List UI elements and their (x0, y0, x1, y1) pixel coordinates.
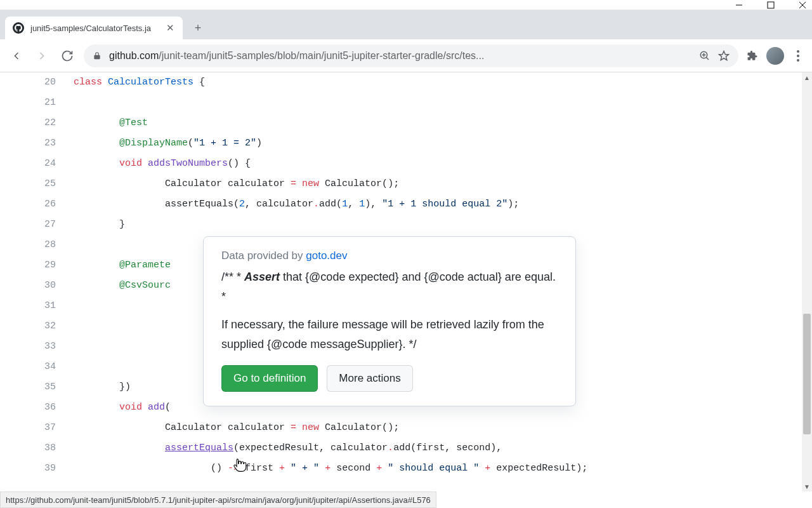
code-text: }) (74, 377, 131, 398)
line-number: 30 (0, 276, 74, 296)
code-text: @DisplayName("1 + 1 = 2") (74, 133, 262, 154)
symbol-link[interactable]: assertEquals (165, 443, 233, 453)
code-line: 24 void addsTwoNumbers() { (0, 154, 812, 174)
lock-icon (93, 51, 102, 60)
window-titlebar (0, 0, 812, 10)
line-number: 21 (0, 93, 74, 113)
browser-tabbar: junit5-samples/CalculatorTests.ja ✕ + (0, 10, 812, 39)
popover-actions: Go to definition More actions (221, 365, 558, 392)
line-number: 34 (0, 357, 74, 377)
new-tab-button[interactable]: + (189, 19, 207, 37)
zoom-icon[interactable] (699, 50, 710, 62)
hover-popover: Data provided by goto.dev /** * Assert t… (203, 236, 576, 406)
tab-close-button[interactable]: ✕ (165, 23, 175, 33)
line-number: 33 (0, 337, 74, 357)
line-number: 38 (0, 438, 74, 458)
code-text: void addsTwoNumbers() { (74, 154, 251, 174)
code-line: 27 } (0, 215, 812, 235)
page-content: 20class CalculatorTests {2122 @Test23 @D… (0, 72, 812, 491)
nav-reload-button[interactable] (58, 47, 76, 65)
code-text: @CsvSourc (74, 276, 171, 296)
address-bar[interactable]: github.com/junit-team/junit5-samples/blo… (84, 44, 738, 67)
window-minimize-button[interactable] (735, 1, 743, 10)
vertical-scrollbar[interactable]: ▲ ▼ (802, 72, 812, 491)
code-text: assertEquals(expectedResult, calculator.… (74, 438, 502, 458)
code-line: 37 Calculator calculator = new Calculato… (0, 418, 812, 438)
code-text: assertEquals(2, calculator.add(1, 1), "1… (74, 194, 519, 215)
browser-menu-button[interactable] (792, 50, 804, 62)
code-text: @Test (74, 113, 148, 133)
line-number: 29 (0, 255, 74, 276)
code-text: class CalculatorTests { (74, 72, 205, 93)
url-text: github.com/junit-team/junit5-samples/blo… (109, 50, 691, 62)
scroll-thumb[interactable] (803, 314, 811, 434)
code-text: } (74, 215, 125, 235)
line-number: 28 (0, 235, 74, 255)
line-number: 22 (0, 113, 74, 133)
nav-back-button[interactable] (8, 47, 25, 65)
line-number: 20 (0, 72, 74, 93)
line-number: 27 (0, 215, 74, 235)
line-number: 39 (0, 458, 74, 479)
line-number: 35 (0, 377, 74, 398)
code-line: 23 @DisplayName("1 + 1 = 2") (0, 133, 812, 154)
code-line: 25 Calculator calculator = new Calculato… (0, 174, 812, 194)
bookmark-star-icon[interactable] (718, 50, 730, 62)
line-number: 32 (0, 316, 74, 337)
code-text: void add( (74, 398, 171, 418)
browser-tab-active[interactable]: junit5-samples/CalculatorTests.ja ✕ (5, 17, 183, 39)
code-text: () -> first + " + " + second + " should … (74, 458, 587, 479)
svg-line-7 (706, 57, 709, 60)
popover-provider: Data provided by goto.dev (221, 250, 558, 262)
code-line: 39 () -> first + " + " + second + " shou… (0, 458, 812, 479)
status-url: https://github.com/junit-team/junit5/blo… (6, 495, 431, 505)
line-number: 31 (0, 296, 74, 316)
browser-toolbar: github.com/junit-team/junit5-samples/blo… (0, 39, 812, 72)
popover-body: /** * Assert that {@code expected} and {… (221, 267, 558, 354)
window-maximize-button[interactable] (766, 1, 775, 10)
extensions-icon[interactable] (746, 50, 759, 62)
popover-provider-link[interactable]: goto.dev (306, 250, 347, 262)
code-text: @Paramete (74, 255, 171, 276)
code-line: 22 @Test (0, 113, 812, 133)
svg-rect-1 (768, 2, 774, 8)
line-number: 37 (0, 418, 74, 438)
svg-marker-8 (719, 51, 729, 60)
line-number: 25 (0, 174, 74, 194)
github-favicon-icon (13, 22, 24, 34)
nav-forward-button[interactable] (33, 47, 51, 65)
code-line: 38 assertEquals(expectedResult, calculat… (0, 438, 812, 458)
browser-statusbar: https://github.com/junit-team/junit5/blo… (0, 491, 436, 508)
go-to-definition-button[interactable]: Go to definition (221, 365, 318, 392)
scroll-up-arrow[interactable]: ▲ (802, 72, 812, 83)
code-line: 20class CalculatorTests { (0, 72, 812, 93)
tab-title: junit5-samples/CalculatorTests.ja (30, 23, 159, 33)
code-text: Calculator calculator = new Calculator()… (74, 418, 399, 438)
profile-avatar[interactable] (766, 47, 784, 65)
code-line: 26 assertEquals(2, calculator.add(1, 1),… (0, 194, 812, 215)
window-close-button[interactable] (798, 1, 807, 10)
more-actions-button[interactable]: More actions (327, 365, 412, 392)
scroll-down-arrow[interactable]: ▼ (802, 481, 812, 491)
line-number: 26 (0, 194, 74, 215)
line-number: 36 (0, 398, 74, 418)
code-text: Calculator calculator = new Calculator()… (74, 174, 399, 194)
code-line: 21 (0, 93, 812, 113)
line-number: 23 (0, 133, 74, 154)
line-number: 24 (0, 154, 74, 174)
